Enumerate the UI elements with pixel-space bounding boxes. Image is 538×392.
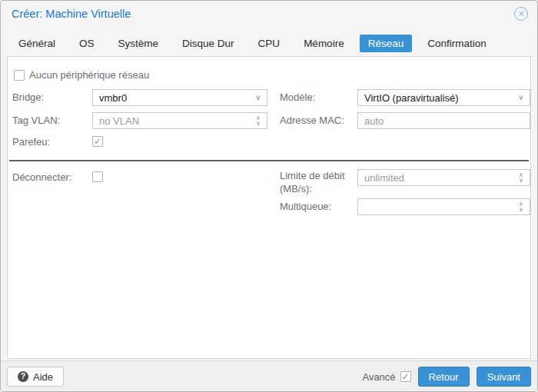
no-network-device-label: Aucun périphérique réseau <box>29 67 149 84</box>
help-button[interactable]: ? Aide <box>7 367 64 387</box>
bridge-combo[interactable]: ∨ <box>92 89 267 106</box>
tab-system[interactable]: Système <box>110 35 168 52</box>
tab-general[interactable]: Général <box>10 35 64 52</box>
chevron-down-icon[interactable]: ∨ <box>250 90 267 105</box>
multiqueue-spinner[interactable]: ∧∨ <box>357 198 530 215</box>
spinner-up-down-icon[interactable]: ∧∨ <box>513 199 530 214</box>
multiqueue-input[interactable] <box>358 199 513 214</box>
spinner-up-down-icon[interactable]: ∧∨ <box>513 170 530 185</box>
next-button[interactable]: Suivant <box>477 367 531 387</box>
dialog-footer: ? Aide Avancé ✓ Retour Suivant <box>1 360 537 391</box>
tab-memory[interactable]: Mémoire <box>295 35 353 52</box>
mac-address-input[interactable] <box>358 113 530 128</box>
disconnect-checkbox[interactable] <box>92 171 103 182</box>
rate-limit-spinner[interactable]: ∧∨ <box>357 169 530 186</box>
back-button[interactable]: Retour <box>418 367 470 387</box>
tab-hard-disk[interactable]: Disque Dur <box>174 35 243 52</box>
advanced-label: Avancé <box>362 371 395 383</box>
tab-os[interactable]: OS <box>71 35 103 52</box>
dialog-titlebar: Créer: Machine Virtuelle × <box>1 1 537 27</box>
chevron-down-icon[interactable]: ∨ <box>513 90 530 105</box>
bridge-label: Bridge: <box>12 89 44 106</box>
vlan-tag-spinner[interactable]: ∧∨ <box>92 112 267 129</box>
network-form-panel: Aucun périphérique réseau Bridge: ∨ Modè… <box>7 56 531 359</box>
help-icon: ? <box>18 371 28 382</box>
tab-network[interactable]: Réseau <box>360 35 413 52</box>
multiqueue-label: Multiqueue: <box>280 198 331 215</box>
firewall-checkbox[interactable]: ✓ <box>92 136 103 147</box>
firewall-label: Parefeu: <box>12 134 50 151</box>
disconnect-label: Déconnecter: <box>12 169 71 186</box>
model-combo[interactable]: ∨ <box>357 89 530 106</box>
close-icon[interactable]: × <box>514 7 528 21</box>
model-input[interactable] <box>358 90 513 105</box>
advanced-checkbox[interactable]: ✓ <box>400 371 411 382</box>
mac-address-field[interactable] <box>357 112 530 129</box>
vlan-tag-label: Tag VLAN: <box>12 112 60 129</box>
no-network-device-checkbox[interactable] <box>14 70 25 81</box>
vlan-tag-input[interactable] <box>93 113 250 128</box>
wizard-tabbar: Général OS Système Disque Dur CPU Mémoir… <box>10 33 528 53</box>
tab-cpu[interactable]: CPU <box>250 35 289 52</box>
help-button-label: Aide <box>33 371 53 383</box>
create-vm-dialog: Créer: Machine Virtuelle × Général OS Sy… <box>0 0 538 392</box>
bridge-input[interactable] <box>93 90 250 105</box>
dialog-title: Créer: Machine Virtuelle <box>12 8 131 20</box>
spinner-up-down-icon[interactable]: ∧∨ <box>250 113 267 128</box>
rate-limit-input[interactable] <box>358 170 513 185</box>
mac-address-label: Adresse MAC: <box>280 112 344 129</box>
advanced-section-divider <box>9 160 529 161</box>
tab-confirm[interactable]: Confirmation <box>419 35 495 52</box>
rate-limit-label: Limite de débit (MB/s): <box>280 169 354 195</box>
model-label: Modèle: <box>280 89 315 106</box>
